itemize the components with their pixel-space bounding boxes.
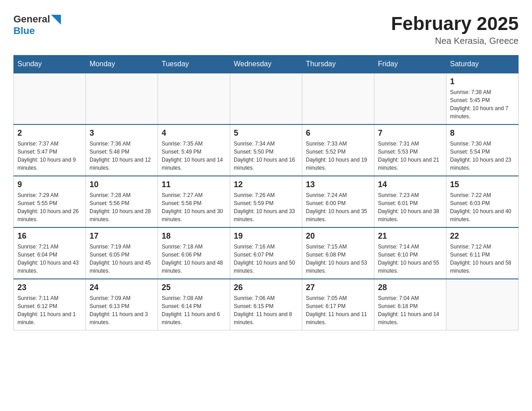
day-number: 27 — [306, 283, 370, 292]
day-number: 14 — [378, 180, 442, 189]
day-number: 25 — [162, 283, 226, 292]
day-info: Sunrise: 7:12 AMSunset: 6:11 PMDaylight:… — [450, 243, 515, 275]
day-info: Sunrise: 7:27 AMSunset: 5:58 PMDaylight:… — [162, 191, 226, 223]
day-number: 12 — [234, 180, 298, 189]
day-info: Sunrise: 7:18 AMSunset: 6:06 PMDaylight:… — [162, 243, 226, 275]
day-info: Sunrise: 7:36 AMSunset: 5:48 PMDaylight:… — [90, 140, 154, 172]
calendar-cell — [158, 73, 230, 124]
day-number: 16 — [17, 231, 82, 241]
logo: General Blue — [13, 13, 61, 37]
calendar-cell: 1Sunrise: 7:38 AMSunset: 5:45 PMDaylight… — [446, 73, 519, 124]
header-thursday: Thursday — [302, 56, 374, 73]
calendar-cell — [230, 73, 302, 124]
calendar-cell: 25Sunrise: 7:08 AMSunset: 6:14 PMDayligh… — [158, 279, 230, 330]
day-number: 9 — [17, 180, 82, 189]
day-info: Sunrise: 7:19 AMSunset: 6:05 PMDaylight:… — [90, 243, 154, 275]
month-title: February 2025 — [391, 13, 519, 34]
day-info: Sunrise: 7:30 AMSunset: 5:54 PMDaylight:… — [450, 140, 515, 172]
day-number: 28 — [378, 283, 442, 292]
day-number: 19 — [234, 231, 298, 241]
day-number: 17 — [90, 231, 154, 241]
calendar-table: Sunday Monday Tuesday Wednesday Thursday… — [13, 55, 519, 330]
week-row-3: 9Sunrise: 7:29 AMSunset: 5:55 PMDaylight… — [14, 176, 519, 227]
title-section: February 2025 Nea Kerasia, Greece — [391, 13, 519, 46]
header-monday: Monday — [86, 56, 158, 73]
calendar-cell: 27Sunrise: 7:05 AMSunset: 6:17 PMDayligh… — [302, 279, 374, 330]
day-number: 5 — [234, 128, 298, 138]
logo-triangle-icon — [51, 15, 61, 25]
day-number: 3 — [90, 128, 154, 138]
day-info: Sunrise: 7:24 AMSunset: 6:00 PMDaylight:… — [306, 191, 370, 223]
calendar-cell: 19Sunrise: 7:16 AMSunset: 6:07 PMDayligh… — [230, 227, 302, 279]
day-number: 21 — [378, 231, 442, 241]
day-info: Sunrise: 7:26 AMSunset: 5:59 PMDaylight:… — [234, 191, 298, 223]
day-number: 2 — [17, 128, 82, 138]
calendar-cell: 23Sunrise: 7:11 AMSunset: 6:12 PMDayligh… — [14, 279, 86, 330]
calendar-cell: 10Sunrise: 7:28 AMSunset: 5:56 PMDayligh… — [86, 176, 158, 227]
calendar-cell: 21Sunrise: 7:14 AMSunset: 6:10 PMDayligh… — [374, 227, 446, 279]
day-info: Sunrise: 7:09 AMSunset: 6:13 PMDaylight:… — [90, 294, 154, 326]
day-number: 4 — [162, 128, 226, 138]
calendar-cell: 9Sunrise: 7:29 AMSunset: 5:55 PMDaylight… — [14, 176, 86, 227]
day-number: 15 — [450, 180, 515, 189]
week-row-5: 23Sunrise: 7:11 AMSunset: 6:12 PMDayligh… — [14, 279, 519, 330]
header-sunday: Sunday — [14, 56, 86, 73]
day-info: Sunrise: 7:28 AMSunset: 5:56 PMDaylight:… — [90, 191, 154, 223]
calendar-cell: 2Sunrise: 7:37 AMSunset: 5:47 PMDaylight… — [14, 124, 86, 176]
header-tuesday: Tuesday — [158, 56, 230, 73]
calendar-cell — [302, 73, 374, 124]
day-number: 13 — [306, 180, 370, 189]
calendar-cell — [374, 73, 446, 124]
day-info: Sunrise: 7:16 AMSunset: 6:07 PMDaylight:… — [234, 243, 298, 275]
header-friday: Friday — [374, 56, 446, 73]
calendar-cell: 11Sunrise: 7:27 AMSunset: 5:58 PMDayligh… — [158, 176, 230, 227]
day-info: Sunrise: 7:33 AMSunset: 5:52 PMDaylight:… — [306, 140, 370, 172]
day-info: Sunrise: 7:23 AMSunset: 6:01 PMDaylight:… — [378, 191, 442, 223]
calendar-cell: 22Sunrise: 7:12 AMSunset: 6:11 PMDayligh… — [446, 227, 519, 279]
calendar-cell: 20Sunrise: 7:15 AMSunset: 6:08 PMDayligh… — [302, 227, 374, 279]
week-row-4: 16Sunrise: 7:21 AMSunset: 6:04 PMDayligh… — [14, 227, 519, 279]
calendar-cell — [14, 73, 86, 124]
day-number: 6 — [306, 128, 370, 138]
week-row-1: 1Sunrise: 7:38 AMSunset: 5:45 PMDaylight… — [14, 73, 519, 124]
day-info: Sunrise: 7:04 AMSunset: 6:18 PMDaylight:… — [378, 294, 442, 326]
day-number: 8 — [450, 128, 515, 138]
day-number: 7 — [378, 128, 442, 138]
day-info: Sunrise: 7:11 AMSunset: 6:12 PMDaylight:… — [17, 294, 82, 326]
day-info: Sunrise: 7:38 AMSunset: 5:45 PMDaylight:… — [450, 88, 515, 120]
day-number: 24 — [90, 283, 154, 292]
header-row: Sunday Monday Tuesday Wednesday Thursday… — [14, 56, 519, 73]
calendar-cell: 17Sunrise: 7:19 AMSunset: 6:05 PMDayligh… — [86, 227, 158, 279]
day-number: 1 — [450, 77, 515, 86]
calendar-cell — [446, 279, 519, 330]
header-saturday: Saturday — [446, 56, 519, 73]
calendar-cell: 7Sunrise: 7:31 AMSunset: 5:53 PMDaylight… — [374, 124, 446, 176]
calendar-cell: 4Sunrise: 7:35 AMSunset: 5:49 PMDaylight… — [158, 124, 230, 176]
calendar-cell — [86, 73, 158, 124]
day-info: Sunrise: 7:06 AMSunset: 6:15 PMDaylight:… — [234, 294, 298, 326]
calendar-cell: 14Sunrise: 7:23 AMSunset: 6:01 PMDayligh… — [374, 176, 446, 227]
day-number: 22 — [450, 231, 515, 241]
day-info: Sunrise: 7:21 AMSunset: 6:04 PMDaylight:… — [17, 243, 82, 275]
logo-blue-text: Blue — [13, 25, 35, 37]
day-number: 10 — [90, 180, 154, 189]
calendar-cell: 28Sunrise: 7:04 AMSunset: 6:18 PMDayligh… — [374, 279, 446, 330]
calendar-cell: 12Sunrise: 7:26 AMSunset: 5:59 PMDayligh… — [230, 176, 302, 227]
svg-marker-0 — [51, 15, 61, 25]
calendar-cell: 26Sunrise: 7:06 AMSunset: 6:15 PMDayligh… — [230, 279, 302, 330]
day-info: Sunrise: 7:22 AMSunset: 6:03 PMDaylight:… — [450, 191, 515, 223]
week-row-2: 2Sunrise: 7:37 AMSunset: 5:47 PMDaylight… — [14, 124, 519, 176]
calendar-cell: 24Sunrise: 7:09 AMSunset: 6:13 PMDayligh… — [86, 279, 158, 330]
day-number: 11 — [162, 180, 226, 189]
header-wednesday: Wednesday — [230, 56, 302, 73]
day-info: Sunrise: 7:15 AMSunset: 6:08 PMDaylight:… — [306, 243, 370, 275]
day-info: Sunrise: 7:37 AMSunset: 5:47 PMDaylight:… — [17, 140, 82, 172]
calendar-body: 1Sunrise: 7:38 AMSunset: 5:45 PMDaylight… — [14, 73, 519, 330]
calendar-cell: 13Sunrise: 7:24 AMSunset: 6:00 PMDayligh… — [302, 176, 374, 227]
day-info: Sunrise: 7:05 AMSunset: 6:17 PMDaylight:… — [306, 294, 370, 326]
calendar-header: Sunday Monday Tuesday Wednesday Thursday… — [14, 56, 519, 73]
day-number: 26 — [234, 283, 298, 292]
location-text: Nea Kerasia, Greece — [391, 36, 519, 46]
page-header: General Blue February 2025 Nea Kerasia, … — [13, 13, 519, 46]
calendar-cell: 5Sunrise: 7:34 AMSunset: 5:50 PMDaylight… — [230, 124, 302, 176]
